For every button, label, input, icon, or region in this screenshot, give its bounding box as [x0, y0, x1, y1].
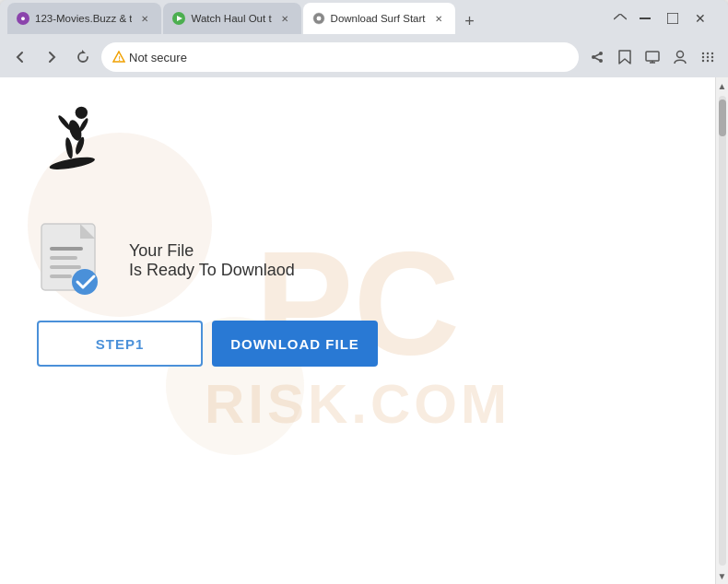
new-tab-button[interactable]: + [457, 8, 483, 34]
file-ready-line2: Is Ready To Downlaod [129, 261, 295, 280]
svg-rect-34 [50, 265, 81, 269]
window-controls: ✕ [614, 8, 713, 29]
step1-button[interactable]: STEP1 [37, 321, 203, 367]
svg-point-20 [711, 56, 713, 58]
tab-close-2[interactable]: ✕ [277, 11, 292, 26]
security-label: Not secure [129, 51, 187, 64]
svg-text:!: ! [119, 55, 121, 62]
file-ready-text: Your File Is Ready To Downlaod [129, 241, 295, 280]
scroll-track[interactable] [719, 96, 726, 566]
minimize-button[interactable] [632, 8, 658, 29]
svg-point-14 [677, 52, 684, 58]
menu-button[interactable] [695, 44, 721, 70]
svg-rect-33 [50, 256, 77, 260]
tab-favicon-1: ● [17, 12, 29, 25]
svg-point-18 [702, 56, 704, 58]
share-button[interactable] [584, 44, 610, 70]
svg-point-24 [76, 107, 88, 119]
svg-point-28 [65, 137, 75, 159]
file-icon [37, 219, 111, 302]
security-warning-icon: ! Not secure [112, 51, 187, 64]
svg-rect-32 [50, 247, 83, 251]
svg-point-9 [599, 59, 603, 63]
page-content: PC RISK.COM [0, 77, 715, 584]
forward-button[interactable] [39, 44, 65, 70]
browser-content-area: PC RISK.COM [0, 77, 728, 584]
nav-bar: ! Not secure [0, 37, 728, 77]
file-section: Your File Is Ready To Downlaod [37, 219, 295, 302]
download-file-button[interactable]: DOWNLOAD FILE [212, 321, 378, 367]
file-ready-line1: Your File [129, 241, 295, 261]
scroll-up-arrow[interactable]: ▲ [716, 79, 729, 92]
svg-point-22 [707, 60, 709, 62]
tab-watchhaul[interactable]: Watch Haul Out t ✕ [163, 3, 300, 34]
svg-point-21 [702, 60, 704, 62]
svg-point-3 [316, 16, 322, 21]
svg-point-10 [592, 55, 595, 59]
tab-download-surf[interactable]: Download Surf Start ✕ [303, 3, 455, 34]
tab-arrange-icon [614, 14, 627, 23]
svg-point-19 [707, 56, 709, 58]
browser-window: ● 123-Movies.Buzz & t ✕ Watch Haul Out t… [0, 0, 728, 584]
title-bar: ● 123-Movies.Buzz & t ✕ Watch Haul Out t… [0, 0, 728, 37]
svg-point-23 [711, 60, 713, 62]
svg-point-16 [707, 53, 709, 54]
tabs-bar: ● 123-Movies.Buzz & t ✕ Watch Haul Out t… [7, 3, 610, 34]
svg-point-15 [702, 53, 704, 54]
svg-point-36 [72, 269, 98, 295]
surfer-section [28, 96, 120, 192]
page-body: PC RISK.COM [0, 77, 715, 584]
svg-point-8 [599, 52, 603, 55]
svg-point-27 [78, 117, 90, 133]
scrollbar[interactable]: ▲ ▼ [715, 77, 728, 584]
toolbar-icons [584, 44, 721, 70]
desktop-view-button[interactable] [640, 44, 665, 70]
svg-rect-4 [640, 18, 651, 19]
scroll-thumb[interactable] [719, 99, 726, 136]
maximize-button[interactable] [660, 8, 686, 29]
reload-button[interactable] [70, 44, 96, 70]
tab-title-2: Watch Haul Out t [191, 13, 271, 24]
tab-favicon-2 [172, 12, 185, 25]
tab-title-1: 123-Movies.Buzz & t [35, 13, 132, 24]
svg-marker-6 [82, 50, 86, 53]
tab-close-3[interactable]: ✕ [431, 11, 446, 26]
svg-point-30 [49, 155, 96, 172]
buttons-row: STEP1 DOWNLOAD FILE [37, 321, 378, 367]
svg-point-17 [711, 53, 713, 54]
tab-favicon-3 [312, 12, 325, 25]
tab-123movies[interactable]: ● 123-Movies.Buzz & t ✕ [7, 3, 161, 34]
svg-rect-11 [646, 52, 659, 61]
tab-title-3: Download Surf Start [331, 13, 426, 24]
surfer-icon [28, 96, 120, 188]
back-button[interactable] [7, 44, 33, 70]
close-button[interactable]: ✕ [687, 8, 713, 29]
tab-close-1[interactable]: ✕ [137, 11, 152, 26]
svg-rect-5 [667, 13, 678, 24]
scroll-down-arrow[interactable]: ▼ [716, 569, 729, 582]
svg-rect-35 [50, 274, 72, 278]
profile-button[interactable] [667, 44, 693, 70]
watermark-risk-text: RISK.COM [205, 377, 511, 432]
address-bar[interactable]: ! Not secure [101, 42, 579, 72]
bookmark-button[interactable] [612, 44, 638, 70]
